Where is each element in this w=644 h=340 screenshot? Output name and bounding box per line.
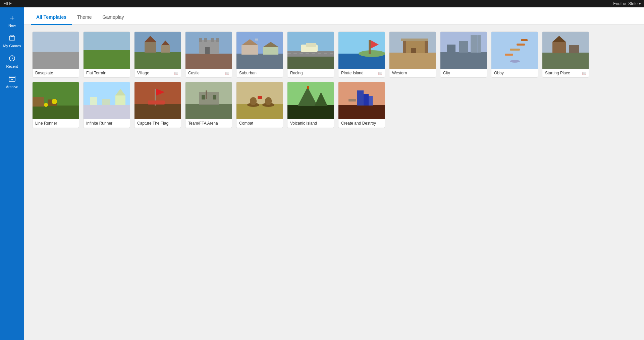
book-icon-pirate-island: 📖 [378,71,382,75]
sidebar-item-recent[interactable]: Recent [0,51,24,72]
template-label-flat-terrain: Flat Terrain [84,69,130,77]
user-menu[interactable]: Enothe_Strife ▾ [613,1,641,6]
template-thumbnail-line-runner [33,82,79,119]
template-card-infinite-runner[interactable]: Infinite Runner [83,82,130,128]
sidebar-item-my-games[interactable]: My Games [0,31,24,51]
template-name-baseplate: Baseplate [35,71,53,75]
svg-rect-55 [459,41,468,53]
template-label-volcanic-island: Volcanic Island [287,119,334,128]
template-card-combat[interactable]: Combat [236,82,283,128]
template-card-team-ffa[interactable]: Team/FFA Arena [185,82,232,128]
svg-rect-53 [474,35,474,53]
user-chevron-icon: ▾ [639,2,641,6]
template-thumbnail-baseplate [33,32,79,69]
svg-rect-75 [84,105,130,119]
svg-rect-76 [90,97,97,105]
svg-rect-0 [9,36,15,40]
template-card-castle[interactable]: Castle📖 [185,31,232,78]
svg-point-73 [44,103,48,107]
template-label-starting-place: Starting Place📖 [542,69,589,77]
archive-label: Archive [6,85,18,89]
svg-rect-65 [552,42,566,53]
svg-rect-49 [411,48,416,53]
templates-container: BaseplateFlat TerrainVillage📖Castle📖Subu… [24,25,644,340]
username-label: Enothe_Strife [613,1,638,6]
template-card-pirate-island[interactable]: Pirate Island📖 [338,31,385,78]
template-label-obby: Obby [491,69,538,77]
recent-icon [8,55,16,63]
template-thumbnail-racing [287,32,334,69]
template-label-baseplate: Baseplate [33,69,79,77]
template-card-line-runner[interactable]: Line Runner [32,82,79,128]
sidebar: + New My Games Recent [0,7,24,340]
template-card-racing[interactable]: Racing [287,31,334,78]
template-label-suburban: Suburban [236,69,283,77]
template-thumbnail-team-ffa [185,82,232,119]
svg-rect-23 [216,38,219,42]
template-card-create-destroy[interactable]: Create and Destroy [338,82,385,128]
template-thumbnail-capture-flag [135,82,181,119]
svg-point-62 [510,60,520,63]
svg-rect-106 [364,94,369,106]
svg-rect-41 [369,40,371,54]
svg-rect-20 [199,38,202,42]
svg-rect-59 [517,44,525,46]
template-thumbnail-obby [491,32,538,69]
sidebar-item-new[interactable]: + New [0,10,24,31]
file-menu[interactable]: FILE [3,1,12,6]
template-card-obby[interactable]: Obby [491,31,538,78]
svg-rect-90 [206,90,207,99]
template-name-volcanic-island: Volcanic Island [290,121,317,126]
svg-rect-88 [202,95,205,99]
template-thumbnail-pirate-island [338,32,385,69]
svg-rect-13 [145,42,156,53]
content-area: All Templates Theme Gameplay BaseplateFl… [24,7,644,340]
svg-rect-18 [185,54,232,69]
svg-rect-37 [306,43,316,47]
book-icon-castle: 📖 [225,71,229,75]
svg-rect-107 [369,96,373,106]
svg-rect-89 [213,95,216,99]
svg-rect-105 [357,90,364,106]
template-name-pirate-island: Pirate Island [341,71,364,75]
template-card-capture-flag[interactable]: Capture The Flag [134,82,181,128]
template-card-starting-place[interactable]: Starting Place📖 [542,31,589,78]
svg-rect-58 [510,49,520,51]
svg-rect-95 [250,97,257,105]
tab-theme[interactable]: Theme [72,10,97,25]
tab-gameplay[interactable]: Gameplay [97,10,129,25]
templates-grid: BaseplateFlat TerrainVillage📖Castle📖Subu… [32,31,636,128]
svg-rect-26 [236,54,283,69]
svg-rect-96 [265,97,272,105]
svg-rect-48 [401,39,428,41]
svg-rect-22 [211,38,214,42]
svg-rect-104 [338,105,385,119]
template-thumbnail-volcanic-island [287,82,334,119]
svg-rect-27 [241,45,258,55]
template-thumbnail-infinite-runner [84,82,130,119]
template-label-racing: Racing [287,69,334,77]
archive-icon [8,75,16,83]
svg-rect-69 [33,106,79,119]
template-name-starting-place: Starting Place [545,71,570,75]
template-name-obby: Obby [494,71,504,75]
template-name-line-runner: Line Runner [35,121,57,126]
template-thumbnail-city [440,32,487,69]
template-card-volcanic-island[interactable]: Volcanic Island [287,82,334,128]
template-name-team-ffa: Team/FFA Arena [188,121,218,126]
svg-rect-84 [148,100,165,105]
svg-rect-29 [263,47,278,55]
svg-rect-12 [135,52,181,69]
svg-rect-15 [161,45,170,53]
my-games-label: My Games [3,44,21,48]
template-card-baseplate[interactable]: Baseplate [32,31,79,78]
sidebar-item-archive[interactable]: Archive [0,72,24,92]
svg-rect-97 [258,96,262,99]
template-card-flat-terrain[interactable]: Flat Terrain [83,31,130,78]
template-card-city[interactable]: City [440,31,487,78]
template-card-western[interactable]: Western [389,31,436,78]
template-card-village[interactable]: Village📖 [134,31,181,78]
tab-all-templates[interactable]: All Templates [31,10,72,25]
template-label-line-runner: Line Runner [33,119,79,128]
template-card-suburban[interactable]: Suburban [236,31,283,78]
